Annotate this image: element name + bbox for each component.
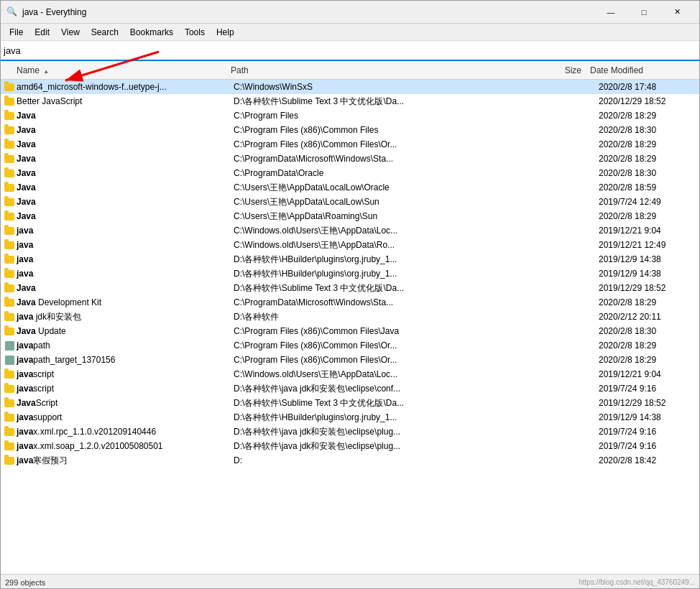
table-row[interactable]: javapathC:\Program Files (x86)\Common Fi… [1,338,699,353]
folder-icon [4,268,15,279]
search-input[interactable] [4,42,696,59]
table-row[interactable]: JavaScriptD:\各种软件\Sublime Text 3 中文优化版\D… [1,396,699,410]
menu-bookmarks[interactable]: Bookmarks [124,26,179,39]
file-name-cell: Java [17,211,234,221]
table-row[interactable]: Java UpdateC:\Program Files (x86)\Common… [1,324,699,338]
folder-icon [4,239,15,251]
file-name-cell: javapath_target_1370156 [17,355,234,365]
menu-tools[interactable]: Tools [179,26,211,39]
file-path-cell: C:\Program Files [234,111,541,121]
table-row[interactable]: JavaC:\ProgramData\Oracle2020/2/8 18:30 [1,166,699,180]
folder-icon [4,397,15,409]
table-row[interactable]: javascriptC:\Windows.old\Users\王艳\AppDat… [1,367,699,381]
file-name-cell: java [17,240,234,250]
file-name-cell: javapath [17,340,234,351]
file-date-cell: 2019/12/29 18:52 [599,398,699,408]
table-row[interactable]: JavaC:\Users\王艳\AppData\LocalLow\Sun2019… [1,195,699,209]
table-row[interactable]: JavaC:\Users\王艳\AppData\Roaming\Sun2020/… [1,209,699,223]
file-path-cell: C:\Program Files (x86)\Common Files\Or..… [234,355,541,365]
file-name-cell: java jdk和安装包 [17,311,234,323]
file-path-cell: C:\Program Files (x86)\Common Files\Or..… [234,139,541,149]
table-row[interactable]: JavaC:\Users\王艳\AppData\LocalLow\Oracle2… [1,180,699,195]
table-row[interactable]: javaC:\Windows.old\Users\王艳\AppData\Ro..… [1,238,699,252]
file-date-cell: 2019/12/21 9:04 [599,369,699,379]
menu-view[interactable]: View [55,26,86,39]
minimize-button[interactable]: — [594,1,627,24]
file-path-cell: C:\ProgramData\Microsoft\Windows\Sta... [234,297,541,307]
folder-icon [4,139,15,150]
file-path-cell: C:\Program Files (x86)\Common Files [234,125,541,135]
table-row[interactable]: javax.xml.soap_1.2.0.v201005080501D:\各种软… [1,439,699,453]
file-date-cell: 2020/2/8 18:42 [599,455,699,465]
close-button[interactable]: ✕ [660,1,694,24]
file-path-cell: C:\Windows\WinSxS [234,82,541,92]
table-row[interactable]: JavaC:\ProgramData\Microsoft\Windows\Sta… [1,152,699,166]
search-bar [1,41,699,61]
menu-file[interactable]: File [4,26,29,39]
table-row[interactable]: JavaD:\各种软件\Sublime Text 3 中文优化版\Da...20… [1,281,699,295]
table-row[interactable]: javascriptD:\各种软件\java jdk和安装包\eclipse\c… [1,381,699,396]
file-icon [4,354,15,366]
file-name-cell: java [17,269,234,279]
file-name-cell: Java [17,283,234,293]
file-name-cell: Java [17,168,234,178]
file-path-cell: D:\各种软件\Sublime Text 3 中文优化版\Da... [234,397,541,409]
menu-search[interactable]: Search [86,26,124,39]
file-name-cell: amd64_microsoft-windows-f..uetype-j... [17,82,234,92]
folder-icon [4,167,15,179]
folder-icon [4,225,15,236]
menu-help[interactable]: Help [211,26,240,39]
table-row[interactable]: Java Development KitC:\ProgramData\Micro… [1,295,699,310]
table-row[interactable]: javaD:\各种软件\HBuilder\plugins\org.jruby_1… [1,266,699,281]
title-bar: 🔍 java - Everything — □ ✕ [1,1,699,24]
col-header-name[interactable]: Name ▲ [1,65,231,75]
table-row[interactable]: javaC:\Windows.old\Users\王艳\AppData\Loc.… [1,223,699,238]
table-row[interactable]: javasupportD:\各种软件\HBuilder\plugins\org.… [1,410,699,425]
file-date-cell: 2020/2/8 18:30 [599,125,699,135]
file-path-cell: D:\各种软件\java jdk和安装包\eclipse\plug... [234,426,541,438]
table-row[interactable]: java寒假预习D:2020/2/8 18:42 [1,453,699,468]
col-header-path[interactable]: Path [231,65,533,75]
file-path-cell: C:\Windows.old\Users\王艳\AppData\Loc... [234,368,541,381]
file-name-cell: java寒假预习 [17,455,234,467]
table-row[interactable]: JavaC:\Program Files2020/2/8 18:29 [1,108,699,123]
menu-edit[interactable]: Edit [29,26,55,39]
folder-icon [4,440,15,452]
file-path-cell: D:\各种软件\java jdk和安装包\eclipse\conf... [234,383,541,395]
table-row[interactable]: Better JavaScriptD:\各种软件\Sublime Text 3 … [1,94,699,108]
file-date-cell: 2020/2/8 18:59 [599,182,699,193]
table-row[interactable]: javaD:\各种软件\HBuilder\plugins\org.jruby_1… [1,252,699,266]
file-name-cell: java [17,226,234,236]
sort-arrow-icon: ▲ [43,68,49,75]
table-row[interactable]: java jdk和安装包D:\各种软件2020/2/12 20:11 [1,310,699,324]
file-list[interactable]: amd64_microsoft-windows-f..uetype-j...C:… [1,80,699,574]
file-name-cell: javasupport [17,412,234,422]
table-row[interactable]: JavaC:\Program Files (x86)\Common Files2… [1,123,699,137]
file-path-cell: D: [234,455,541,465]
folder-icon [4,254,15,265]
file-path-cell: D:\各种软件 [234,311,541,323]
file-date-cell: 2019/7/24 9:16 [599,427,699,437]
menu-bar: File Edit View Search Bookmarks Tools He… [1,24,699,41]
file-path-cell: C:\ProgramData\Microsoft\Windows\Sta... [234,154,541,164]
col-header-date[interactable]: Date Modified [590,65,691,75]
folder-icon [4,182,15,193]
folder-icon [4,153,15,164]
folder-icon [4,297,15,308]
table-row[interactable]: javax.xml.rpc_1.1.0.v201209140446D:\各种软件… [1,425,699,439]
file-name-cell: Java [17,197,234,207]
folder-icon [4,368,15,380]
file-path-cell: C:\ProgramData\Oracle [234,168,541,178]
file-path-cell: C:\Windows.old\Users\王艳\AppData\Loc... [234,225,541,237]
col-header-size[interactable]: Size [533,65,590,75]
table-row[interactable]: amd64_microsoft-windows-f..uetype-j...C:… [1,80,699,94]
table-row[interactable]: JavaC:\Program Files (x86)\Common Files\… [1,137,699,152]
file-name-cell: Better JavaScript [17,96,234,106]
file-date-cell: 2019/7/24 12:49 [599,197,699,207]
file-name-cell: Java [17,125,234,135]
file-name-cell: javascript [17,369,234,379]
file-path-cell: D:\各种软件\HBuilder\plugins\org.jruby_1... [234,254,541,266]
file-name-cell: JavaScript [17,398,234,408]
table-row[interactable]: javapath_target_1370156C:\Program Files … [1,353,699,367]
maximize-button[interactable]: □ [627,1,660,24]
